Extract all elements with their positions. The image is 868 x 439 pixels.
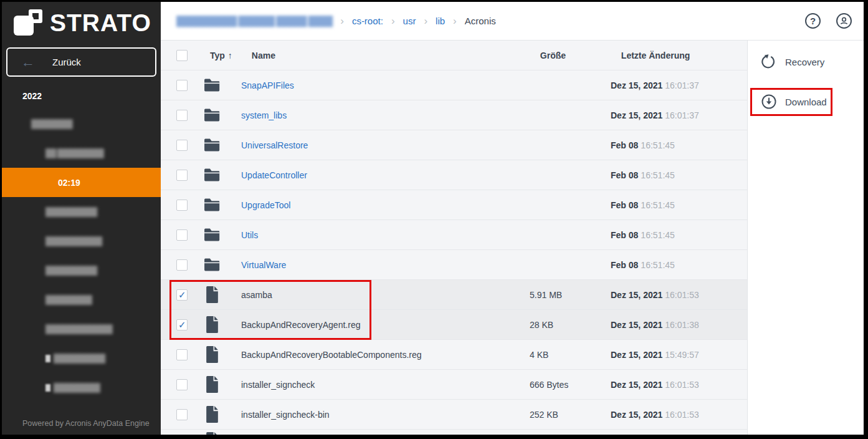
column-header-type[interactable]: Typ ↑ [210, 51, 232, 60]
help-icon[interactable]: ? [805, 13, 821, 29]
file-modified: Feb 0816:51:45 [611, 200, 747, 210]
tree-item[interactable]: ███████████ [2, 226, 161, 256]
table-row[interactable]: Utils Feb 0816:51:45 [161, 220, 747, 250]
chevron-right-icon: › [424, 15, 427, 27]
redacted-label: █████████████ [45, 324, 112, 334]
file-icon [206, 316, 219, 333]
table-row[interactable]: UniversalRestore Feb 0816:51:45 [161, 130, 747, 160]
file-size: 4 KB [530, 350, 611, 360]
tree-item[interactable]: ██████████ [2, 256, 161, 285]
column-header-size[interactable]: Größe [540, 51, 621, 60]
tree-item[interactable]: █████████ [2, 285, 161, 314]
file-name[interactable]: BackupAndRecoveryAgent.reg [241, 320, 530, 330]
table-row[interactable]: asamba 5.91 MB Dez 15, 202116:01:53 [161, 280, 747, 310]
breadcrumb-cs-root[interactable]: cs-root: [352, 16, 383, 26]
volume-icon [45, 384, 50, 392]
chevron-right-icon: › [453, 15, 457, 27]
table-row-partial[interactable] [161, 430, 747, 435]
row-checkbox[interactable] [176, 80, 188, 91]
column-header-name[interactable]: Name [252, 51, 540, 60]
table-row[interactable]: SnapAPIFiles Dez 15, 202116:01:37 [161, 70, 747, 100]
table-row[interactable]: BackupAndRecoveryBootableComponents.reg … [161, 340, 747, 370]
file-name[interactable]: VirtualWare [241, 260, 530, 270]
file-icon [206, 432, 219, 435]
tree-item[interactable]: █████████████ [2, 314, 161, 344]
table-row[interactable]: UpdateController Feb 0816:51:45 [161, 160, 747, 190]
account-icon[interactable] [836, 13, 852, 29]
content-body: Typ ↑ Name Größe Letzte Änderung SnapAPI… [161, 41, 864, 435]
table-row[interactable]: installer_signcheck 666 Bytes Dez 15, 20… [161, 370, 747, 400]
tree-item-time-selected[interactable]: 02:19 [2, 168, 161, 197]
row-checkbox[interactable] [176, 259, 188, 271]
row-checkbox[interactable] [176, 170, 188, 181]
file-modified: Feb 0816:51:45 [611, 170, 747, 180]
download-label: Download [785, 97, 827, 107]
file-modified: Dez 15, 202116:01:37 [611, 80, 747, 90]
row-checkbox[interactable] [176, 110, 188, 121]
folder-icon [204, 79, 220, 92]
file-modified: Feb 0816:51:45 [611, 260, 747, 270]
row-checkbox[interactable] [176, 349, 188, 360]
redacted-label: ██████████ [45, 207, 97, 216]
file-name[interactable]: UpgradeTool [241, 200, 530, 210]
strato-logo: STRATO [14, 8, 151, 37]
file-modified: Dez 15, 202116:01:37 [611, 110, 747, 120]
selected-time-label: 02:19 [58, 178, 80, 188]
tree-item[interactable]: ██████████ [2, 197, 161, 226]
file-name[interactable]: UniversalRestore [241, 140, 530, 150]
tree-item-month[interactable]: ████████ [2, 109, 161, 138]
topbar: ██████████ ██████ █████ ████ › cs-root: … [161, 2, 864, 41]
file-table: Typ ↑ Name Größe Letzte Änderung SnapAPI… [161, 41, 747, 435]
actions-panel: Recovery Download [747, 41, 864, 435]
file-size: 5.91 MB [530, 290, 611, 300]
tree-item-volume[interactable]: ██████████ [2, 344, 161, 373]
breadcrumb-lib[interactable]: lib [436, 16, 445, 26]
breadcrumb-server-redacted[interactable]: ██████████ ██████ █████ ████ [176, 16, 332, 26]
row-checkbox[interactable] [176, 379, 188, 390]
table-row[interactable]: BackupAndRecoveryAgent.reg 28 KB Dez 15,… [161, 310, 747, 340]
strato-logo-icon-square [14, 16, 34, 36]
file-name[interactable]: asamba [241, 290, 530, 300]
file-size: 28 KB [530, 320, 611, 330]
file-name[interactable]: installer_signcheck-bin [241, 410, 530, 420]
row-checkbox[interactable] [176, 229, 188, 241]
row-checkbox[interactable] [176, 200, 188, 211]
folder-icon [204, 258, 220, 271]
chevron-right-icon: › [391, 15, 395, 27]
file-name[interactable]: Utils [241, 230, 530, 240]
redacted-label: ██████████ [54, 354, 105, 363]
column-header-modified[interactable]: Letzte Änderung [621, 51, 747, 60]
row-checkbox[interactable] [176, 319, 188, 330]
row-checkbox[interactable] [176, 409, 188, 420]
row-checkbox[interactable] [176, 140, 188, 151]
redacted-label: ██████████ [45, 266, 97, 275]
download-action[interactable]: Download [748, 87, 864, 117]
select-all-checkbox[interactable] [176, 50, 188, 61]
file-icon [206, 346, 219, 363]
volume-icon [45, 355, 50, 362]
row-checkbox[interactable] [176, 289, 188, 301]
tree-item-day[interactable]: ██ █████████ [2, 138, 161, 168]
file-name[interactable]: SnapAPIFiles [241, 80, 530, 90]
file-name[interactable]: installer_signcheck [241, 380, 530, 390]
table-row[interactable]: VirtualWare Feb 0816:51:45 [161, 250, 747, 280]
table-header-row: Typ ↑ Name Größe Letzte Änderung [161, 41, 747, 70]
sidebar: STRATO ← Zurück 2022 ████████ ██ ███████… [2, 2, 161, 435]
file-name[interactable]: BackupAndRecoveryBootableComponents.reg [241, 350, 530, 360]
tree-item-volume[interactable]: █████████ [2, 373, 161, 402]
file-modified: Feb 0816:51:45 [611, 140, 747, 150]
table-row[interactable]: system_libs Dez 15, 202116:01:37 [161, 100, 747, 130]
sort-asc-icon: ↑ [228, 51, 232, 60]
table-row[interactable]: UpgradeTool Feb 0816:51:45 [161, 190, 747, 220]
file-icon [206, 406, 219, 423]
file-name[interactable]: system_libs [241, 110, 530, 120]
file-modified: Dez 15, 202115:49:57 [611, 350, 747, 360]
strato-logo-text: STRATO [50, 9, 151, 37]
back-button[interactable]: ← Zurück [6, 47, 156, 77]
recovery-action[interactable]: Recovery [748, 47, 864, 77]
table-row[interactable]: installer_signcheck-bin 252 KB Dez 15, 2… [161, 400, 747, 430]
file-name[interactable]: UpdateController [241, 170, 530, 180]
breadcrumb-usr[interactable]: usr [403, 16, 416, 26]
redacted-label: ███████████ [45, 236, 102, 246]
breadcrumb: ██████████ ██████ █████ ████ › cs-root: … [176, 15, 496, 27]
